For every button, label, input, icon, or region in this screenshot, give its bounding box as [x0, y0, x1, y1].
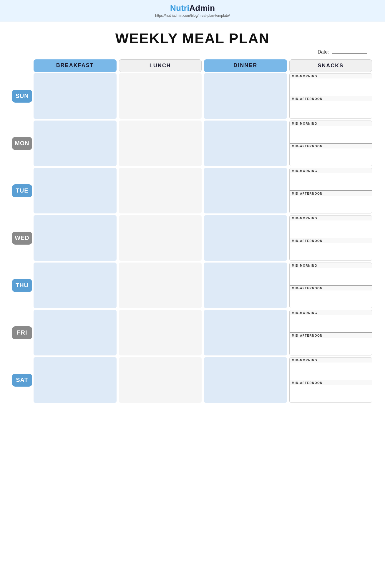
- col-header-breakfast: BREAKFAST: [34, 59, 117, 72]
- mid-afternoon-section-sat: MID-AFTERNOON: [290, 380, 372, 402]
- mid-morning-content-wed[interactable]: [290, 220, 372, 238]
- mid-morning-content-mon[interactable]: [290, 126, 372, 143]
- mid-morning-section-sun: MID-MORNING: [290, 74, 372, 96]
- day-row-wed: WEDMID-MORNINGMID-AFTERNOON: [12, 215, 373, 261]
- col-header-lunch: LUNCH: [119, 59, 202, 72]
- brand-logo: NutriAdmin: [0, 4, 385, 13]
- dinner-cell-fri[interactable]: [204, 310, 287, 355]
- mid-morning-label-tue: MID-MORNING: [290, 168, 372, 173]
- mid-afternoon-label-wed: MID-AFTERNOON: [290, 238, 372, 243]
- day-badge-tue: TUE: [12, 184, 32, 197]
- dinner-cell-wed[interactable]: [204, 215, 287, 261]
- mid-afternoon-section-tue: MID-AFTERNOON: [290, 191, 372, 213]
- snacks-cell-mon: MID-MORNINGMID-AFTERNOON: [289, 121, 372, 166]
- breakfast-cell-mon[interactable]: [34, 121, 117, 166]
- mid-morning-label-fri: MID-MORNING: [290, 310, 372, 315]
- day-label-cell-sat: SAT: [12, 357, 32, 403]
- breakfast-cell-tue[interactable]: [34, 168, 117, 213]
- meal-grid: BREAKFAST LUNCH DINNER SNACKS SUNMID-MOR…: [12, 59, 373, 403]
- col-header-snacks: SNACKS: [289, 59, 372, 72]
- snacks-cell-tue: MID-MORNINGMID-AFTERNOON: [289, 168, 372, 213]
- day-row-fri: FRIMID-MORNINGMID-AFTERNOON: [12, 310, 373, 355]
- breakfast-cell-fri[interactable]: [34, 310, 117, 355]
- mid-morning-content-thu[interactable]: [290, 268, 372, 285]
- snacks-cell-fri: MID-MORNINGMID-AFTERNOON: [289, 310, 372, 355]
- mid-afternoon-content-fri[interactable]: [290, 338, 372, 355]
- mid-afternoon-section-sun: MID-AFTERNOON: [290, 96, 372, 118]
- col-spacer: [12, 59, 32, 72]
- day-label-cell-fri: FRI: [12, 310, 32, 355]
- mid-morning-section-sat: MID-MORNING: [290, 358, 372, 380]
- mid-afternoon-content-thu[interactable]: [290, 290, 372, 308]
- lunch-cell-fri[interactable]: [119, 310, 202, 355]
- mid-morning-label-mon: MID-MORNING: [290, 121, 372, 126]
- mid-afternoon-label-fri: MID-AFTERNOON: [290, 333, 372, 338]
- mid-morning-section-tue: MID-MORNING: [290, 168, 372, 191]
- dinner-cell-tue[interactable]: [204, 168, 287, 213]
- mid-morning-section-mon: MID-MORNING: [290, 121, 372, 143]
- mid-morning-label-thu: MID-MORNING: [290, 263, 372, 268]
- brand-nutri: Nutri: [170, 4, 189, 13]
- day-row-sun: SUNMID-MORNINGMID-AFTERNOON: [12, 73, 373, 119]
- mid-morning-content-tue[interactable]: [290, 173, 372, 191]
- mid-morning-content-fri[interactable]: [290, 315, 372, 333]
- breakfast-cell-sat[interactable]: [34, 357, 117, 403]
- mid-morning-label-wed: MID-MORNING: [290, 216, 372, 220]
- days-container: SUNMID-MORNINGMID-AFTERNOONMONMID-MORNIN…: [12, 73, 373, 403]
- mid-afternoon-section-fri: MID-AFTERNOON: [290, 333, 372, 355]
- mid-morning-section-thu: MID-MORNING: [290, 263, 372, 285]
- day-badge-thu: THU: [12, 279, 32, 292]
- mid-afternoon-label-tue: MID-AFTERNOON: [290, 191, 372, 196]
- lunch-cell-wed[interactable]: [119, 215, 202, 261]
- dinner-cell-sun[interactable]: [204, 73, 287, 119]
- lunch-cell-tue[interactable]: [119, 168, 202, 213]
- day-label-cell-tue: TUE: [12, 168, 32, 213]
- mid-morning-content-sun[interactable]: [290, 78, 372, 96]
- mid-afternoon-section-wed: MID-AFTERNOON: [290, 238, 372, 260]
- mid-afternoon-section-mon: MID-AFTERNOON: [290, 143, 372, 166]
- page-title: WEEKLY MEAL PLAN: [0, 30, 385, 46]
- mid-morning-section-fri: MID-MORNING: [290, 310, 372, 333]
- dinner-cell-mon[interactable]: [204, 121, 287, 166]
- breakfast-cell-thu[interactable]: [34, 263, 117, 308]
- col-header-dinner: DINNER: [204, 59, 287, 72]
- day-row-thu: THUMID-MORNINGMID-AFTERNOON: [12, 263, 373, 308]
- mid-morning-label-sat: MID-MORNING: [290, 358, 372, 363]
- dinner-cell-sat[interactable]: [204, 357, 287, 403]
- mid-afternoon-content-mon[interactable]: [290, 148, 372, 166]
- mid-afternoon-label-sat: MID-AFTERNOON: [290, 380, 372, 385]
- day-row-sat: SATMID-MORNINGMID-AFTERNOON: [12, 357, 373, 403]
- mid-afternoon-content-wed[interactable]: [290, 243, 372, 260]
- mid-afternoon-label-mon: MID-AFTERNOON: [290, 143, 372, 148]
- mid-afternoon-content-sat[interactable]: [290, 385, 372, 402]
- mid-morning-section-wed: MID-MORNING: [290, 216, 372, 238]
- snacks-cell-sat: MID-MORNINGMID-AFTERNOON: [289, 357, 372, 403]
- mid-afternoon-label-thu: MID-AFTERNOON: [290, 285, 372, 290]
- day-badge-sat: SAT: [12, 374, 32, 387]
- column-headers: BREAKFAST LUNCH DINNER SNACKS: [12, 59, 373, 72]
- header-url: https://nutriadmin.com/blog/meal-plan-te…: [0, 14, 385, 18]
- day-row-mon: MONMID-MORNINGMID-AFTERNOON: [12, 121, 373, 166]
- day-badge-fri: FRI: [12, 326, 32, 339]
- date-line[interactable]: [332, 53, 367, 54]
- lunch-cell-sun[interactable]: [119, 73, 202, 119]
- date-label-text: Date:: [318, 49, 329, 54]
- lunch-cell-sat[interactable]: [119, 357, 202, 403]
- breakfast-cell-wed[interactable]: [34, 215, 117, 261]
- lunch-cell-thu[interactable]: [119, 263, 202, 308]
- mid-afternoon-content-sun[interactable]: [290, 101, 372, 118]
- snacks-cell-thu: MID-MORNINGMID-AFTERNOON: [289, 263, 372, 308]
- day-label-cell-mon: MON: [12, 121, 32, 166]
- day-label-cell-sun: SUN: [12, 73, 32, 119]
- day-row-tue: TUEMID-MORNINGMID-AFTERNOON: [12, 168, 373, 213]
- day-badge-sun: SUN: [12, 90, 32, 103]
- breakfast-cell-sun[interactable]: [34, 73, 117, 119]
- mid-morning-content-sat[interactable]: [290, 363, 372, 380]
- lunch-cell-mon[interactable]: [119, 121, 202, 166]
- mid-afternoon-content-tue[interactable]: [290, 196, 372, 213]
- snacks-cell-sun: MID-MORNINGMID-AFTERNOON: [289, 73, 372, 119]
- snacks-cell-wed: MID-MORNINGMID-AFTERNOON: [289, 215, 372, 261]
- dinner-cell-thu[interactable]: [204, 263, 287, 308]
- date-label: Date:: [318, 49, 367, 55]
- header-bar: NutriAdmin https://nutriadmin.com/blog/m…: [0, 0, 385, 21]
